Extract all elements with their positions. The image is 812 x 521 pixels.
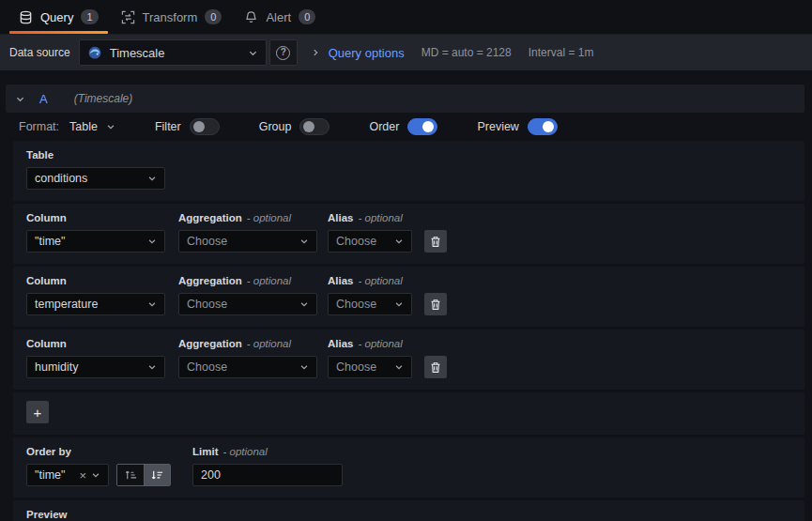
- column-select[interactable]: temperature: [26, 293, 165, 315]
- order-toggle[interactable]: [407, 118, 437, 135]
- optional-hint: - optional: [222, 446, 267, 457]
- format-select[interactable]: Table: [69, 120, 115, 133]
- limit-label: Limit: [192, 446, 218, 457]
- order-by-select[interactable]: "time" ×: [26, 464, 109, 486]
- transform-icon: [121, 10, 135, 24]
- aggregation-select[interactable]: Choose: [178, 230, 317, 253]
- alias-label: Alias: [328, 338, 354, 349]
- alias-select[interactable]: Choose: [328, 356, 412, 378]
- query-options-toggle[interactable]: Query options: [311, 46, 405, 60]
- column-row: Column humidity Aggregation- optional Ch…: [13, 329, 804, 390]
- column-label: Column: [26, 275, 165, 286]
- sort-descending-button[interactable]: [144, 465, 170, 485]
- column-selected-value: "time": [35, 235, 147, 248]
- remove-column-button[interactable]: [424, 356, 447, 378]
- chevron-down-icon: [147, 362, 157, 372]
- chevron-right-icon: [311, 48, 320, 57]
- preview-section: Preview SELECT "time", temperature, humi…: [13, 500, 804, 521]
- query-count-badge: 1: [81, 9, 98, 24]
- chevron-down-icon: [91, 470, 100, 480]
- alias-placeholder: Choose: [336, 298, 394, 311]
- column-row: Column temperature Aggregation- optional…: [13, 267, 804, 327]
- remove-column-button[interactable]: [424, 230, 447, 253]
- sort-ascending-icon: [124, 469, 138, 481]
- column-field: Column temperature: [26, 275, 165, 315]
- preview-label: Preview: [26, 509, 797, 520]
- table-select[interactable]: conditions: [26, 167, 165, 190]
- format-selected-value: Table: [69, 120, 98, 133]
- datasource-picker[interactable]: Timescale: [79, 39, 267, 66]
- aggregation-select[interactable]: Choose: [178, 293, 317, 315]
- datasource-help-button[interactable]: ?: [269, 39, 298, 66]
- limit-input[interactable]: [192, 464, 343, 486]
- sort-ascending-button[interactable]: [117, 465, 144, 485]
- chevron-down-icon: [394, 237, 404, 246]
- group-toggle[interactable]: [299, 118, 329, 135]
- column-field: Column "time": [26, 212, 165, 253]
- optional-hint: - optional: [247, 275, 291, 286]
- chevron-down-icon: [147, 299, 157, 309]
- preview-toggle-label: Preview: [477, 120, 518, 133]
- query-ref-id: A: [39, 92, 48, 106]
- tab-transform[interactable]: Transform 0: [110, 0, 234, 34]
- chevron-down-icon: [394, 299, 404, 309]
- tab-query[interactable]: Query 1: [8, 0, 110, 34]
- sort-direction-group: [116, 464, 171, 486]
- column-selected-value: temperature: [35, 298, 147, 311]
- aggregation-select[interactable]: Choose: [178, 356, 317, 378]
- chevron-down-icon: [147, 237, 157, 246]
- interval-text: Interval = 1m: [529, 46, 594, 59]
- toggle-knob: [543, 121, 554, 132]
- editor-tabbar: Query 1 Transform 0 Alert 0: [0, 0, 812, 35]
- bell-icon: [244, 10, 258, 24]
- alias-placeholder: Choose: [336, 235, 394, 248]
- column-row: Column "time" Aggregation- optional Choo…: [13, 204, 804, 264]
- tab-alert[interactable]: Alert 0: [233, 0, 327, 34]
- chevron-down-icon: [299, 362, 309, 372]
- close-icon[interactable]: ×: [79, 468, 86, 483]
- query-row-card: A (Timescale) Format: Table Filter Group…: [6, 84, 804, 521]
- table-section: Table conditions: [13, 141, 804, 201]
- datasource-label: Data source: [9, 46, 70, 59]
- aggregation-label: Aggregation: [178, 212, 242, 223]
- alias-field: Alias- optional Choose: [328, 212, 412, 253]
- aggregation-field: Aggregation- optional Choose: [178, 212, 317, 253]
- group-toggle-label: Group: [259, 120, 292, 133]
- tab-label: Alert: [266, 10, 291, 24]
- column-select[interactable]: "time": [26, 230, 165, 253]
- alias-field: Alias- optional Choose: [328, 338, 412, 378]
- alias-select[interactable]: Choose: [328, 230, 412, 253]
- optional-hint: - optional: [359, 275, 403, 286]
- table-selected-value: conditions: [35, 172, 147, 185]
- query-row-header[interactable]: A (Timescale): [6, 84, 804, 113]
- transform-count-badge: 0: [205, 9, 222, 24]
- order-by-field: Order by "time" ×: [26, 446, 171, 486]
- filter-toggle-group: Filter: [155, 118, 220, 135]
- group-toggle-group: Group: [259, 118, 330, 135]
- remove-column-button[interactable]: [424, 293, 447, 315]
- order-by-selected-value: "time": [35, 468, 77, 482]
- chevron-down-icon: [248, 48, 258, 58]
- column-field: Column humidity: [26, 338, 165, 378]
- column-select[interactable]: humidity: [26, 356, 165, 378]
- optional-hint: - optional: [247, 338, 291, 349]
- aggregation-placeholder: Choose: [187, 360, 299, 374]
- add-column-button[interactable]: +: [26, 401, 49, 423]
- alias-placeholder: Choose: [336, 360, 394, 374]
- preview-toggle-group: Preview: [477, 118, 557, 135]
- sort-descending-icon: [150, 469, 164, 481]
- timescale-logo-icon: [87, 45, 102, 60]
- aggregation-field: Aggregation- optional Choose: [178, 275, 317, 315]
- alias-label: Alias: [328, 275, 354, 286]
- aggregation-label: Aggregation: [178, 275, 242, 286]
- column-selected-value: humidity: [35, 360, 147, 374]
- preview-toggle[interactable]: [528, 118, 558, 135]
- filter-toggle[interactable]: [190, 118, 220, 135]
- tab-label: Query: [40, 10, 73, 24]
- alias-select[interactable]: Choose: [328, 293, 412, 315]
- column-label: Column: [26, 338, 165, 349]
- order-toggle-group: Order: [369, 118, 437, 135]
- collapse-chevron-icon: [15, 94, 25, 104]
- chevron-down-icon: [147, 174, 157, 183]
- trash-icon: [430, 361, 441, 374]
